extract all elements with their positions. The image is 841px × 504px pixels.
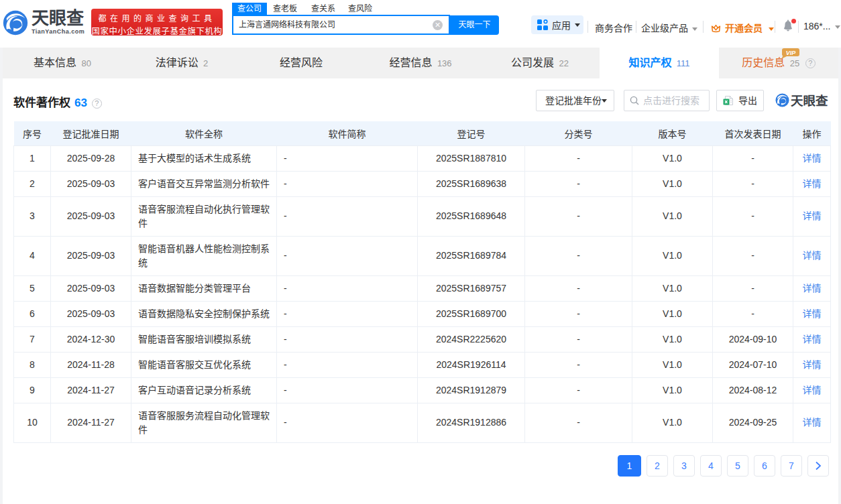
svg-text:天眼查: 天眼查: [791, 94, 828, 108]
svg-text:天眼查: 天眼查: [32, 8, 84, 28]
svg-text:TianYanCha.com: TianYanCha.com: [32, 28, 85, 35]
svg-text:VIP: VIP: [786, 50, 797, 56]
